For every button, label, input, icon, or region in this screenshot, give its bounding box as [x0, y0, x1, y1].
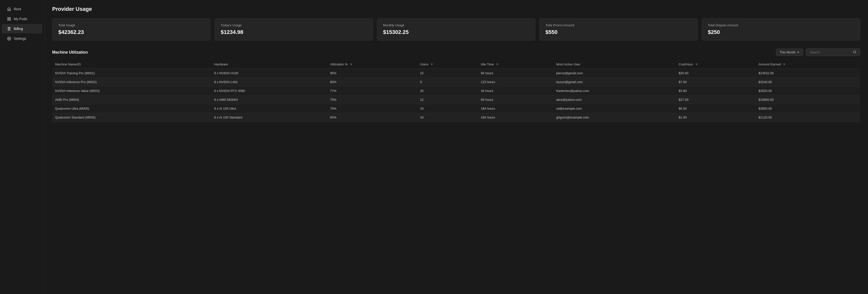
cell-hardware-5: 8 x AI 100 Standard	[211, 113, 327, 122]
cell-name-4: Qualcomm Ultra (M005)	[52, 104, 211, 113]
sidebar-item-billing[interactable]: Billing	[2, 24, 42, 33]
table-body: NVIDIA Training Pro (M001)8 x NVIDIA H10…	[52, 69, 860, 122]
sidebar-item-settings-label: Settings	[14, 37, 26, 40]
stats-row: Total Usage $42362.23 Today's Usage $123…	[52, 18, 860, 40]
svg-rect-0	[8, 18, 9, 19]
stat-value-todays-usage: $1234.98	[221, 29, 367, 35]
col-header-amount-earned[interactable]: Amount Earned ▼	[755, 60, 860, 69]
cell-hardware-4: 8 x AI 100 Ultra	[211, 104, 327, 113]
gear-icon	[7, 36, 11, 41]
machine-utilization-title: Machine Utilization	[52, 50, 88, 55]
table-header: Machine Name/ID Hardware Utilization % ▼…	[52, 60, 860, 69]
cell-idle_time-0: 94 hours	[478, 69, 553, 78]
cell-cost_hour-1: $7.00	[676, 78, 755, 87]
stat-value-monthly-usage: $15302.25	[383, 29, 529, 35]
cell-idle_time-3: 89 hours	[478, 95, 553, 104]
stat-card-monthly-usage: Monthly Usage $15302.25	[377, 18, 535, 40]
section-controls: This Month ▼	[776, 48, 860, 56]
svg-marker-9	[8, 27, 10, 28]
machine-utilization-table-wrapper: Machine Name/ID Hardware Utilization % ▼…	[52, 60, 860, 122]
bank-icon	[7, 27, 11, 31]
cell-hardware-0: 8 x NVIDIA H100	[211, 69, 327, 78]
this-month-dropdown[interactable]: This Month ▼	[776, 49, 803, 56]
machine-utilization-header: Machine Utilization This Month ▼	[52, 48, 860, 56]
sidebar-item-my-pods[interactable]: My Pods	[2, 14, 42, 24]
stat-card-total-usage: Total Usage $42362.23	[52, 18, 211, 40]
col-header-hardware[interactable]: Hardware	[211, 60, 327, 69]
cell-hardware-2: 8 x NVIDIA RTX 4080	[211, 87, 327, 95]
table-row: AMD Pro (M004)8 x AMD MI300X75%1289 hour…	[52, 95, 860, 104]
stat-card-total-dispute: Total Dispute Amount $250	[702, 18, 860, 40]
search-input[interactable]	[810, 51, 851, 54]
cell-amount_earned-5: $1120.00	[755, 113, 860, 122]
cell-users-1: 8	[417, 78, 478, 87]
cell-users-4: 10	[417, 104, 478, 113]
cell-idle_time-1: 123 hours	[478, 78, 553, 87]
cell-cost_hour-5: $1.00	[676, 113, 755, 122]
cell-amount_earned-3: $16800.00	[755, 95, 860, 104]
sidebar-item-my-pods-label: My Pods	[14, 17, 27, 21]
sidebar: Rent My Pods Billing	[0, 0, 44, 294]
stat-label-todays-usage: Today's Usage	[221, 23, 367, 27]
cell-most_active_user-2: frankchen@yahoo.com	[553, 87, 676, 95]
stat-value-total-promo: $550	[546, 29, 691, 35]
sort-icon-users: ▼	[430, 62, 434, 66]
cell-cost_hour-3: $27.00	[676, 95, 755, 104]
sidebar-item-billing-label: Billing	[14, 27, 23, 31]
sort-icon-utilization: ▼	[350, 62, 353, 66]
cell-utilization-0: 95%	[327, 69, 417, 78]
sidebar-item-rent[interactable]: Rent	[2, 4, 42, 14]
cell-name-3: AMD Pro (M004)	[52, 95, 211, 104]
col-header-name[interactable]: Machine Name/ID	[52, 60, 211, 69]
grid-icon	[7, 17, 11, 21]
cell-cost_hour-2: $3.80	[676, 87, 755, 95]
col-header-users[interactable]: Users ▼	[417, 60, 478, 69]
search-box[interactable]	[806, 48, 860, 56]
cell-cost_hour-0: $20.00	[676, 69, 755, 78]
stat-label-total-dispute: Total Dispute Amount	[708, 23, 854, 27]
stat-card-total-promo: Total Promo Amount $550	[539, 18, 698, 40]
col-header-most-active-user: Most Active User	[553, 60, 676, 69]
cell-utilization-3: 75%	[327, 95, 417, 104]
cell-utilization-5: 65%	[327, 113, 417, 122]
page-title: Provider Usage	[52, 6, 860, 12]
cell-hardware-3: 8 x AMD MI300X	[211, 95, 327, 104]
col-header-utilization[interactable]: Utilization % ▼	[327, 60, 417, 69]
svg-rect-1	[9, 18, 10, 19]
col-header-idle-time[interactable]: Idle Time ▼	[478, 60, 553, 69]
cell-utilization-2: 77%	[327, 87, 417, 95]
table-row: Qualcomm Ultra (M005)8 x AI 100 Ultra70%…	[52, 104, 860, 113]
cell-amount_earned-4: $3850.00	[755, 104, 860, 113]
machine-utilization-table: Machine Name/ID Hardware Utilization % ▼…	[52, 60, 860, 122]
table-row: NVIDIA Inference Pro (M002)8 x NVIDIA L4…	[52, 78, 860, 87]
cell-most_active_user-4: sd@example.com	[553, 104, 676, 113]
stat-label-monthly-usage: Monthly Usage	[383, 23, 529, 27]
cell-most_active_user-3: alice@yahoo.com	[553, 95, 676, 104]
stat-label-total-usage: Total Usage	[58, 23, 205, 27]
table-row: NVIDIA Training Pro (M001)8 x NVIDIA H10…	[52, 69, 860, 78]
cell-amount_earned-1: $3240.00	[755, 78, 860, 87]
sort-icon-amount-earned: ▼	[783, 62, 786, 66]
cell-most_active_user-5: grigoris@example.com	[553, 113, 676, 122]
sidebar-item-rent-label: Rent	[14, 7, 21, 11]
search-icon	[853, 50, 857, 54]
col-header-cost-hour[interactable]: Cost/Hour ▼	[676, 60, 755, 69]
cell-users-0: 15	[417, 69, 478, 78]
cell-users-2: 20	[417, 87, 478, 95]
cell-users-3: 12	[417, 95, 478, 104]
cell-utilization-4: 70%	[327, 104, 417, 113]
cell-name-1: NVIDIA Inference Pro (M002)	[52, 78, 211, 87]
cell-name-5: Qualcomm Standard (M005)	[52, 113, 211, 122]
main-content: Provider Usage Total Usage $42362.23 Tod…	[44, 0, 868, 294]
cell-most_active_user-1: lauryn@gmail.com	[553, 78, 676, 87]
stat-value-total-dispute: $250	[708, 29, 854, 35]
cell-name-2: NVIDIA Inference Value (M003)	[52, 87, 211, 95]
sort-icon-idle-time: ▼	[496, 62, 499, 66]
cell-amount_earned-2: $2820.00	[755, 87, 860, 95]
cell-idle_time-5: 184 hours	[478, 113, 553, 122]
home-icon	[7, 7, 11, 11]
cell-most_active_user-0: pierce@gmail.com	[553, 69, 676, 78]
sidebar-item-settings[interactable]: Settings	[2, 34, 42, 43]
sort-icon-cost-hour: ▼	[695, 62, 698, 66]
chevron-down-icon: ▼	[797, 51, 799, 54]
